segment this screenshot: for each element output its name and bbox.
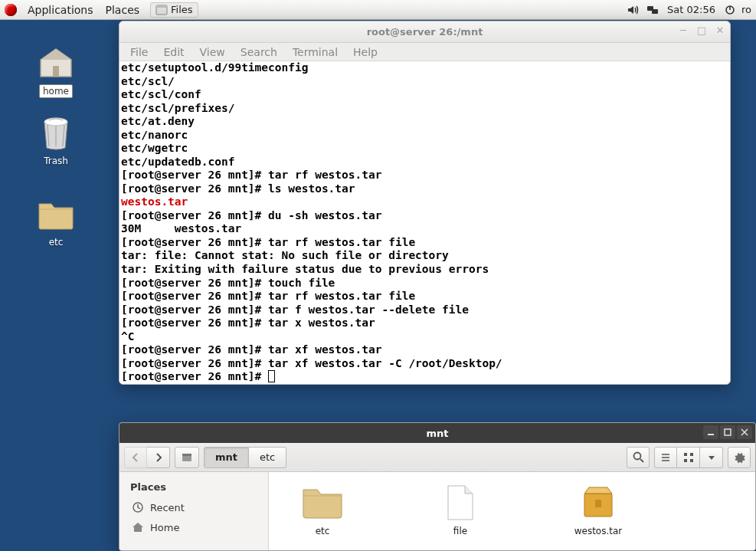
menu-applications[interactable]: Applications bbox=[21, 4, 100, 16]
sidebar-item-label: Recent bbox=[150, 502, 185, 513]
clock[interactable]: Sat 02:56 bbox=[667, 4, 715, 15]
file-label: westos.tar bbox=[568, 526, 629, 536]
breadcrumb-seg-etc[interactable]: etc bbox=[249, 447, 286, 468]
fm-close-button[interactable] bbox=[737, 425, 752, 439]
taskbar-files[interactable]: Files bbox=[150, 2, 198, 18]
fm-file-pane[interactable]: etc file westos.tar bbox=[269, 472, 755, 550]
view-grid-button[interactable] bbox=[677, 447, 700, 468]
network-icon[interactable] bbox=[645, 2, 660, 18]
svg-point-11 bbox=[633, 453, 640, 460]
terminal-window: root@server 26:/mnt ─ □ ✕ File Edit View… bbox=[119, 21, 731, 385]
sidebar-item-label: Home bbox=[150, 522, 179, 533]
fm-titlebar[interactable]: mnt bbox=[119, 423, 755, 443]
file-label: etc bbox=[292, 526, 353, 536]
svg-rect-10 bbox=[182, 454, 191, 456]
terminal-titlebar[interactable]: root@server 26:/mnt ─ □ ✕ bbox=[119, 21, 730, 43]
distro-logo-icon bbox=[5, 4, 17, 16]
svg-rect-8 bbox=[725, 429, 731, 435]
terminal-menubar: File Edit View Search Terminal Help bbox=[119, 43, 730, 61]
terminal-menu-edit[interactable]: Edit bbox=[163, 46, 184, 58]
menu-places[interactable]: Places bbox=[100, 4, 146, 16]
svg-rect-12 bbox=[684, 453, 687, 456]
window-minimize-button[interactable]: ─ bbox=[678, 25, 689, 35]
svg-rect-18 bbox=[595, 500, 601, 507]
file-item-folder-etc[interactable]: etc bbox=[292, 484, 353, 536]
fm-minimize-button[interactable] bbox=[703, 425, 718, 439]
desktop-icon-home[interactable]: home bbox=[29, 44, 83, 98]
window-close-button[interactable]: ✕ bbox=[715, 25, 725, 35]
svg-rect-1 bbox=[156, 5, 167, 8]
svg-rect-13 bbox=[690, 453, 693, 456]
file-label: file bbox=[430, 526, 491, 536]
nav-back-button[interactable] bbox=[124, 447, 147, 468]
user-indicator[interactable]: ro bbox=[741, 4, 751, 15]
breadcrumb-seg-mnt[interactable]: mnt bbox=[204, 447, 249, 468]
svg-rect-5 bbox=[53, 66, 59, 77]
taskbar-files-label: Files bbox=[171, 4, 193, 15]
fm-sidebar: Places Recent Home bbox=[119, 472, 269, 550]
svg-rect-14 bbox=[684, 459, 687, 462]
terminal-cursor bbox=[268, 370, 275, 382]
terminal-menu-help[interactable]: Help bbox=[353, 46, 378, 58]
sidebar-item-recent[interactable]: Recent bbox=[119, 497, 268, 517]
view-options-button[interactable] bbox=[700, 447, 723, 468]
terminal-menu-terminal[interactable]: Terminal bbox=[293, 46, 338, 58]
desktop-icon-trash-label: Trash bbox=[41, 155, 71, 167]
window-maximize-button[interactable]: □ bbox=[696, 25, 707, 35]
volume-icon[interactable] bbox=[625, 2, 640, 18]
sidebar-item-home[interactable]: Home bbox=[119, 517, 268, 537]
desktop-icon-etc[interactable]: etc bbox=[29, 196, 83, 248]
terminal-menu-view[interactable]: View bbox=[200, 46, 225, 58]
terminal-body[interactable]: etc/setuptool.d/99timeconfig etc/scl/ et… bbox=[119, 61, 730, 384]
terminal-red-line: westos.tar bbox=[121, 195, 188, 208]
document-icon bbox=[439, 484, 482, 521]
desktop-icon-home-label: home bbox=[39, 84, 73, 98]
file-manager-window: mnt mnt etc P bbox=[119, 422, 756, 551]
shutdown-icon[interactable] bbox=[722, 2, 738, 18]
file-item-archive-westos[interactable]: westos.tar bbox=[568, 484, 629, 536]
file-item-file[interactable]: file bbox=[430, 484, 491, 536]
top-panel: Applications Places Files Sat 02:56 ro bbox=[0, 0, 756, 20]
fm-title: mnt bbox=[426, 428, 448, 439]
archive-icon bbox=[577, 484, 620, 521]
folder-icon bbox=[301, 484, 344, 521]
desktop-icon-etc-label: etc bbox=[46, 236, 67, 248]
view-list-button[interactable] bbox=[654, 447, 677, 468]
svg-rect-15 bbox=[690, 459, 693, 462]
nav-forward-button[interactable] bbox=[147, 447, 170, 468]
sidebar-heading-places: Places bbox=[119, 480, 268, 497]
svg-rect-3 bbox=[652, 9, 658, 14]
terminal-title: root@server 26:/mnt bbox=[367, 26, 483, 38]
breadcrumb: mnt etc bbox=[204, 447, 286, 468]
search-button[interactable] bbox=[627, 447, 650, 468]
settings-button[interactable] bbox=[728, 447, 751, 468]
path-root-button[interactable] bbox=[175, 447, 199, 468]
fm-maximize-button[interactable] bbox=[720, 425, 735, 439]
desktop-icon-trash[interactable]: Trash bbox=[29, 115, 83, 167]
terminal-menu-search[interactable]: Search bbox=[241, 46, 277, 58]
fm-toolbar: mnt etc bbox=[119, 443, 755, 472]
terminal-menu-file[interactable]: File bbox=[130, 46, 148, 58]
